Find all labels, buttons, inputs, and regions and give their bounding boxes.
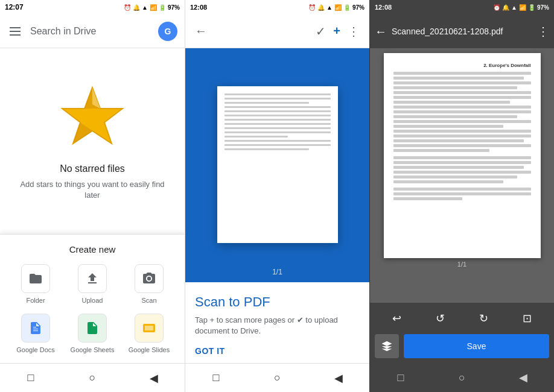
time-2: 12:08: [190, 4, 207, 11]
create-upload[interactable]: Upload: [66, 264, 118, 304]
folder-icon-box: [21, 264, 50, 293]
more-options-icon-2[interactable]: ⋮: [348, 24, 360, 39]
pdf-title: Scanned_20210621-1208.pdf: [392, 27, 532, 36]
upload-label: Upload: [82, 297, 103, 304]
pdf-page-count: 1/1: [455, 258, 469, 270]
circle-nav-btn[interactable]: ○: [83, 368, 102, 388]
back-nav-btn-2[interactable]: ◀: [329, 368, 348, 388]
status-bar-3: 12:08 ⏰🔔▲📶🔋97%: [370, 0, 554, 14]
sheets-icon-box: [78, 314, 107, 343]
pdf-toolbar: ← Scanned_20210621-1208.pdf ⋮: [370, 14, 554, 48]
doc-line-1: [224, 93, 331, 95]
docs-icon: [28, 321, 43, 335]
slides-icon-box: [135, 314, 164, 343]
svg-rect-7: [89, 330, 91, 332]
doc-line-4: [224, 106, 331, 108]
home-nav-btn-2[interactable]: □: [206, 368, 226, 388]
save-button[interactable]: Save: [404, 334, 549, 358]
back-nav-btn-3[interactable]: ◀: [514, 368, 533, 387]
got-it-button[interactable]: GOT IT: [195, 346, 360, 356]
status-icons-3: ⏰🔔▲📶🔋97%: [493, 4, 549, 11]
sheets-label: Google Sheets: [71, 346, 115, 353]
back-arrow-2[interactable]: ←: [195, 24, 207, 38]
create-folder[interactable]: Folder: [10, 264, 62, 304]
panel-google-drive: 12:07 ⏰🔔▲📶🔋 97% Search in Drive G No sta…: [0, 0, 185, 392]
user-avatar[interactable]: G: [158, 22, 177, 41]
doc-line-14: [224, 148, 310, 150]
menu-icon[interactable]: [7, 25, 23, 38]
doc-line-5: [224, 110, 331, 112]
slides-icon: [142, 321, 156, 335]
scan-icon-box: [135, 264, 164, 293]
time-1: 12:07: [5, 3, 24, 11]
create-docs[interactable]: Google Docs: [10, 314, 62, 353]
pdf-content-area: 2. Europe's Downfall: [370, 48, 554, 303]
svg-rect-11: [145, 326, 153, 330]
svg-rect-9: [94, 330, 95, 332]
doc-line-2: [224, 98, 331, 100]
check-icon[interactable]: ✓: [316, 24, 326, 39]
time-3: 12:08: [375, 4, 392, 11]
pdf-bottom-actions: ↩ ↺ ↻ ⊡ Save: [370, 303, 554, 363]
back-nav-btn[interactable]: ◀: [144, 368, 164, 388]
create-new-title: Create new: [10, 244, 175, 254]
status-icons-2: ⏰🔔▲📶🔋97%: [308, 4, 365, 11]
panel-pdf-viewer: 12:08 ⏰🔔▲📶🔋97% ← Scanned_20210621-1208.p…: [369, 0, 554, 392]
status-icons-1: ⏰🔔▲📶🔋 97%: [124, 4, 180, 11]
home-nav-btn[interactable]: □: [21, 368, 40, 388]
sheets-icon: [85, 321, 100, 335]
scan-hint: Tap + to scan more pages or ✔ to upload …: [195, 315, 360, 337]
layers-svg: [381, 340, 393, 352]
search-bar[interactable]: Search in Drive: [30, 26, 151, 37]
crop-icon[interactable]: ⊡: [517, 308, 538, 329]
pdf-page: 2. Europe's Downfall: [384, 53, 541, 258]
create-sheets[interactable]: Google Sheets: [66, 314, 118, 353]
doc-line-13: [224, 144, 331, 146]
docs-label: Google Docs: [16, 346, 55, 353]
add-page-icon[interactable]: +: [333, 24, 340, 38]
circle-nav-btn-3[interactable]: ○: [452, 368, 471, 387]
search-label: Search in Drive: [30, 26, 96, 37]
folder-icon: [28, 271, 43, 286]
status-bar-2: 12:08 ⏰🔔▲📶🔋97%: [185, 0, 369, 14]
create-scan[interactable]: Scan: [123, 264, 175, 304]
scan-to-pdf-info: Scan to PDF Tap + to scan more pages or …: [185, 281, 369, 363]
svg-rect-8: [92, 330, 94, 332]
create-slides[interactable]: Google Slides: [123, 314, 175, 353]
no-starred-subtitle: Add stars to things you want to easily f…: [12, 179, 173, 201]
undo-icon[interactable]: ↩: [386, 308, 407, 329]
more-options-icon-3[interactable]: ⋮: [537, 24, 549, 39]
rotate-left-icon[interactable]: ↺: [429, 308, 451, 329]
bottom-nav-3: □ ○ ◀: [370, 363, 554, 392]
back-arrow-3[interactable]: ←: [375, 25, 387, 39]
drive-toolbar: Search in Drive G: [0, 14, 185, 48]
doc-line-3: [224, 102, 310, 104]
scan-to-pdf-title: Scan to PDF: [195, 294, 360, 310]
svg-rect-5: [92, 329, 94, 330]
scan-toolbar: ← ✓ + ⋮: [185, 14, 369, 48]
rotate-right-icon[interactable]: ↻: [473, 308, 495, 329]
doc-line-7: [224, 119, 331, 121]
panel-scan-to-pdf: 12:08 ⏰🔔▲📶🔋97% ← ✓ + ⋮ 1/1: [185, 0, 369, 392]
bottom-nav-2: □ ○ ◀: [185, 363, 369, 392]
starred-section: No starred files Add stars to things you…: [0, 48, 185, 234]
star-icon-large: [56, 81, 129, 154]
layers-icon[interactable]: [375, 334, 399, 358]
pdf-save-row: Save: [375, 334, 549, 358]
pdf-chapter: 2. Europe's Downfall: [393, 63, 531, 68]
doc-line-11: [224, 136, 288, 138]
scan-label: Scan: [141, 297, 156, 304]
pdf-action-buttons: ↩ ↺ ↻ ⊡: [375, 308, 549, 329]
home-nav-btn-3[interactable]: □: [391, 368, 410, 387]
scanned-image-area: 1/1: [185, 48, 369, 281]
page-indicator: 1/1: [272, 268, 282, 276]
status-bar-1: 12:07 ⏰🔔▲📶🔋 97%: [0, 0, 185, 14]
upload-icon-box: [78, 264, 107, 293]
doc-line-6: [224, 115, 331, 116]
doc-line-9: [224, 127, 331, 129]
circle-nav-btn-2[interactable]: ○: [267, 368, 287, 388]
no-starred-title: No starred files: [60, 163, 125, 174]
doc-line-8: [224, 123, 331, 125]
scan-icon: [142, 271, 156, 286]
doc-line-12: [224, 140, 331, 142]
